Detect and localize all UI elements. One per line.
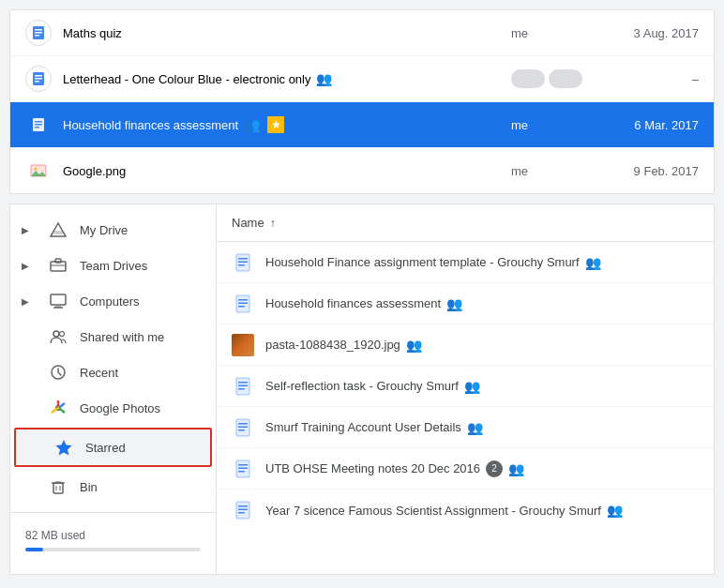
file-owner: me bbox=[511, 26, 605, 40]
svg-rect-42 bbox=[238, 384, 248, 386]
avatar bbox=[511, 69, 545, 88]
svg-rect-6 bbox=[35, 78, 42, 80]
sort-label: Name bbox=[232, 216, 264, 230]
table-row[interactable]: Letterhead - One Colour Blue - electroni… bbox=[10, 56, 714, 102]
sidebar-item-label: Computers bbox=[80, 294, 140, 309]
shared-icon: 👥 bbox=[585, 255, 601, 270]
storage-label: 82 MB used bbox=[25, 529, 85, 542]
sidebar: ▶ My Drive ▶ Team Drives ▶ Computers ▶ bbox=[10, 204, 217, 574]
team-drives-icon bbox=[48, 255, 68, 276]
sidebar-item-bin[interactable]: ▶ Bin bbox=[10, 469, 216, 505]
svg-rect-50 bbox=[238, 467, 248, 469]
svg-rect-7 bbox=[35, 81, 39, 83]
file-type-icon bbox=[25, 158, 52, 184]
sidebar-item-google-photos[interactable]: ▶ Google Photos bbox=[10, 390, 216, 426]
file-type-icon bbox=[25, 66, 52, 92]
computer-icon bbox=[48, 291, 68, 311]
storage-bar bbox=[25, 548, 201, 551]
svg-rect-53 bbox=[238, 505, 248, 507]
file-type-icon bbox=[25, 20, 52, 46]
svg-rect-16 bbox=[53, 231, 63, 234]
file-owner: me bbox=[511, 118, 605, 132]
shared-icon: 👥 bbox=[244, 117, 260, 132]
file-name-label: Maths quiz bbox=[63, 26, 511, 40]
bin-icon bbox=[48, 476, 68, 497]
svg-rect-10 bbox=[35, 124, 42, 126]
sidebar-item-computers[interactable]: ▶ Computers bbox=[10, 283, 216, 319]
file-name-label: Google.png bbox=[63, 164, 511, 178]
list-item[interactable]: UTB OHSE Meeting notes 20 Dec 2016 2 👥 bbox=[217, 448, 714, 490]
list-item[interactable]: Household Finance assignment template - … bbox=[217, 242, 714, 283]
svg-rect-47 bbox=[238, 430, 245, 431]
svg-rect-45 bbox=[238, 423, 248, 425]
sidebar-item-starred[interactable]: ▶ Starred bbox=[14, 428, 212, 467]
list-item[interactable]: pasta-1088438_1920.jpg 👥 bbox=[217, 324, 714, 366]
svg-rect-20 bbox=[51, 294, 66, 305]
svg-point-24 bbox=[60, 332, 65, 337]
file-name-label: pasta-1088438_1920.jpg 👥 bbox=[265, 338, 699, 353]
file-date: 3 Aug. 2017 bbox=[605, 26, 699, 40]
svg-rect-41 bbox=[238, 382, 248, 384]
comment-count-badge: 2 bbox=[486, 460, 503, 477]
svg-rect-33 bbox=[238, 258, 248, 260]
file-type-icon bbox=[25, 112, 52, 138]
svg-rect-28 bbox=[53, 483, 63, 493]
svg-point-13 bbox=[35, 168, 38, 171]
svg-rect-43 bbox=[238, 388, 245, 390]
expand-arrow-icon: ▶ bbox=[22, 296, 37, 307]
list-item[interactable]: Year 7 sicence Famous Scientist Assignme… bbox=[217, 490, 714, 531]
expand-arrow-icon: ▶ bbox=[22, 261, 37, 271]
file-name-label: Letterhead - One Colour Blue - electroni… bbox=[63, 71, 511, 86]
file-type-icon bbox=[232, 375, 254, 398]
file-type-icon bbox=[232, 499, 254, 521]
file-name-label: Smurf Training Account User Details 👥 bbox=[265, 420, 699, 435]
shared-icon: 👥 bbox=[508, 461, 524, 476]
svg-rect-1 bbox=[35, 29, 42, 31]
top-file-list: Maths quiz me 3 Aug. 2017 Letterhead - O… bbox=[9, 9, 715, 194]
shared-icon: 👥 bbox=[316, 71, 332, 86]
file-name-label: Household Finance assignment template - … bbox=[265, 255, 699, 270]
shared-icon: 👥 bbox=[446, 296, 462, 311]
svg-rect-2 bbox=[35, 32, 42, 34]
starred-badge: ★ bbox=[265, 114, 286, 135]
file-date: – bbox=[605, 72, 699, 86]
bottom-panel: ▶ My Drive ▶ Team Drives ▶ Computers ▶ bbox=[9, 204, 715, 575]
sort-arrow-icon: ↑ bbox=[270, 217, 276, 230]
svg-rect-38 bbox=[238, 302, 248, 304]
svg-rect-34 bbox=[238, 261, 248, 263]
avatar bbox=[549, 69, 582, 88]
list-item[interactable]: Smurf Training Account User Details 👥 bbox=[217, 407, 714, 448]
sidebar-item-team-drives[interactable]: ▶ Team Drives bbox=[10, 248, 216, 283]
sidebar-item-label: My Drive bbox=[80, 223, 128, 237]
svg-point-23 bbox=[53, 331, 59, 337]
photos-icon bbox=[48, 398, 68, 418]
storage-section: 82 MB used bbox=[10, 512, 216, 566]
svg-rect-49 bbox=[238, 464, 248, 466]
storage-bar-fill bbox=[25, 548, 43, 551]
content-header: Name ↑ bbox=[217, 204, 714, 242]
sidebar-item-shared-with-me[interactable]: ▶ Shared with me bbox=[10, 319, 216, 354]
table-row[interactable]: Google.png me 9 Feb. 2017 bbox=[10, 148, 714, 193]
sidebar-item-label: Bin bbox=[80, 480, 98, 494]
sidebar-item-label: Google Photos bbox=[80, 401, 160, 415]
sidebar-item-my-drive[interactable]: ▶ My Drive bbox=[10, 212, 216, 248]
list-item[interactable]: Self-reflection task - Grouchy Smurf 👥 bbox=[217, 366, 714, 407]
table-row[interactable]: Maths quiz me 3 Aug. 2017 bbox=[10, 10, 714, 56]
table-row[interactable]: Household finances assessment 👥 ★ me 6 M… bbox=[10, 102, 714, 148]
file-name-label: Household finances assessment 👥 ★ bbox=[63, 114, 511, 135]
avatar-group bbox=[511, 69, 597, 88]
sidebar-item-recent[interactable]: ▶ Recent bbox=[10, 354, 216, 390]
file-owner bbox=[511, 69, 605, 88]
file-name-label: Self-reflection task - Grouchy Smurf 👥 bbox=[265, 379, 699, 394]
clock-icon bbox=[48, 362, 68, 383]
main-content: Name ↑ Household Finance assignment temp… bbox=[217, 204, 714, 574]
file-type-icon bbox=[232, 334, 254, 356]
svg-rect-54 bbox=[238, 509, 248, 511]
file-type-icon bbox=[232, 416, 254, 439]
svg-rect-51 bbox=[238, 471, 245, 473]
svg-rect-3 bbox=[35, 35, 39, 37]
list-item[interactable]: Household finances assessment 👥 bbox=[217, 283, 714, 324]
shared-icon: 👥 bbox=[406, 338, 422, 353]
svg-rect-55 bbox=[238, 512, 245, 514]
svg-rect-18 bbox=[55, 259, 61, 263]
